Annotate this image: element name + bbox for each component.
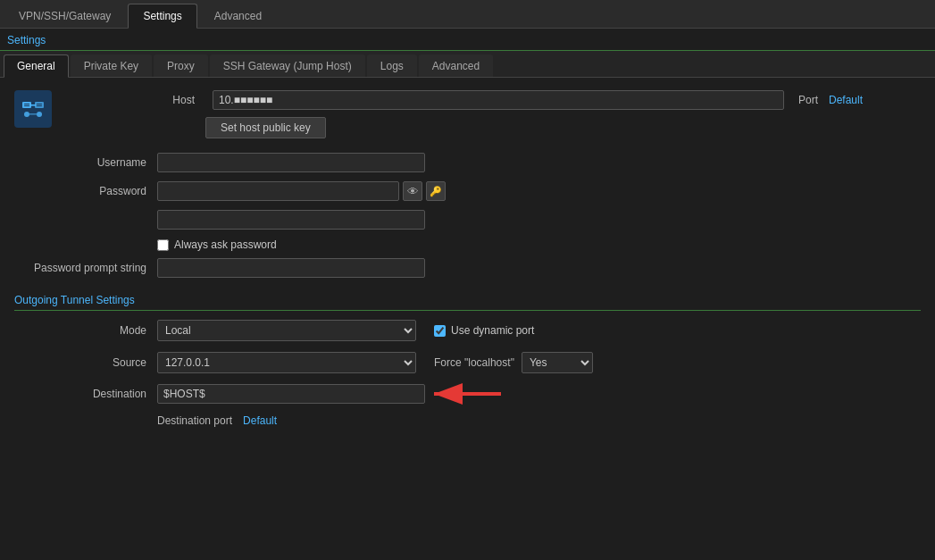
svg-rect-0 xyxy=(22,102,31,108)
password-input[interactable] xyxy=(157,181,399,201)
port-label: Port xyxy=(798,94,818,106)
svg-rect-1 xyxy=(24,104,29,104)
destination-input[interactable] xyxy=(157,384,425,404)
destination-port-row: Destination port Default xyxy=(157,414,921,427)
connection-icon xyxy=(14,90,52,128)
password-prompt-label: Password prompt string xyxy=(14,262,157,274)
inner-tab-bar: General Private Key Proxy SSH Gateway (J… xyxy=(0,51,935,78)
main-content: Host Port Default Set host public key Us… xyxy=(0,78,935,439)
port-default-link[interactable]: Default xyxy=(829,94,863,106)
top-tab-bar: VPN/SSH/Gateway Settings Advanced xyxy=(0,0,935,29)
tunnel-section-label: Outgoing Tunnel Settings xyxy=(14,287,921,311)
svg-rect-9 xyxy=(29,113,37,115)
svg-point-8 xyxy=(37,112,42,117)
use-dynamic-port-label: Use dynamic port xyxy=(451,324,534,337)
eye-icon: 👁 xyxy=(407,185,419,198)
generate-password-button[interactable]: 🔑 xyxy=(426,181,446,201)
svg-point-7 xyxy=(24,112,29,117)
red-arrow-annotation xyxy=(425,378,505,410)
use-dynamic-port-checkbox[interactable] xyxy=(434,325,446,337)
inner-tab-private-key[interactable]: Private Key xyxy=(71,54,152,77)
always-ask-password-checkbox[interactable] xyxy=(157,239,169,251)
tab-vpn-ssh-gateway[interactable]: VPN/SSH/Gateway xyxy=(4,4,126,28)
password-field-group: 👁 🔑 xyxy=(157,181,446,201)
use-dynamic-port-group: Use dynamic port xyxy=(434,324,534,337)
destination-row: Destination xyxy=(14,384,921,404)
force-localhost-select[interactable]: Yes No xyxy=(522,352,593,373)
host-input[interactable] xyxy=(213,90,784,110)
svg-rect-6 xyxy=(30,104,36,106)
inner-tab-proxy[interactable]: Proxy xyxy=(154,54,208,77)
destination-input-container xyxy=(157,384,425,404)
svg-rect-3 xyxy=(35,102,44,108)
always-ask-password-row: Always ask password xyxy=(157,238,921,251)
source-label: Source xyxy=(14,356,157,369)
host-label: Host xyxy=(63,94,205,106)
source-select[interactable]: 127.0.0.1 xyxy=(157,352,416,373)
set-host-public-key-button[interactable]: Set host public key xyxy=(205,117,326,138)
host-row: Host Port Default xyxy=(63,90,921,110)
inner-tab-general[interactable]: General xyxy=(4,54,69,78)
source-row: Source 127.0.0.1 Force "localhost" Yes N… xyxy=(14,352,921,373)
password-confirm-input[interactable] xyxy=(157,210,425,230)
password-prompt-input[interactable] xyxy=(157,258,425,278)
mode-select[interactable]: Local Remote Dynamic xyxy=(157,320,416,341)
key-icon: 🔑 xyxy=(430,186,442,197)
host-section: Host Port Default Set host public key xyxy=(14,90,921,146)
inner-tab-ssh-gateway[interactable]: SSH Gateway (Jump Host) xyxy=(210,54,365,77)
destination-label: Destination xyxy=(14,388,157,400)
password-prompt-row: Password prompt string xyxy=(14,258,921,278)
tab-advanced[interactable]: Advanced xyxy=(199,4,277,28)
username-label: Username xyxy=(14,156,157,169)
username-input[interactable] xyxy=(157,153,425,172)
mode-row: Mode Local Remote Dynamic Use dynamic po… xyxy=(14,320,921,341)
always-ask-password-label: Always ask password xyxy=(174,238,277,251)
mode-label: Mode xyxy=(14,324,157,337)
show-password-button[interactable]: 👁 xyxy=(403,181,422,201)
inner-tab-advanced[interactable]: Advanced xyxy=(419,54,493,77)
svg-rect-2 xyxy=(24,105,29,106)
destination-port-label: Destination port xyxy=(157,414,232,427)
svg-rect-5 xyxy=(37,105,42,106)
force-localhost-label: Force "localhost" xyxy=(434,356,514,369)
username-row: Username xyxy=(14,153,921,172)
tab-settings[interactable]: Settings xyxy=(128,4,196,29)
inner-tab-logs[interactable]: Logs xyxy=(367,54,417,77)
host-fields: Host Port Default Set host public key xyxy=(63,90,921,146)
destination-port-default-link[interactable]: Default xyxy=(243,414,277,427)
settings-section-label: Settings xyxy=(0,29,935,51)
password-confirm-row xyxy=(14,210,921,230)
svg-rect-4 xyxy=(37,104,42,104)
password-row: Password 👁 🔑 xyxy=(14,181,921,201)
password-label: Password xyxy=(14,185,157,197)
